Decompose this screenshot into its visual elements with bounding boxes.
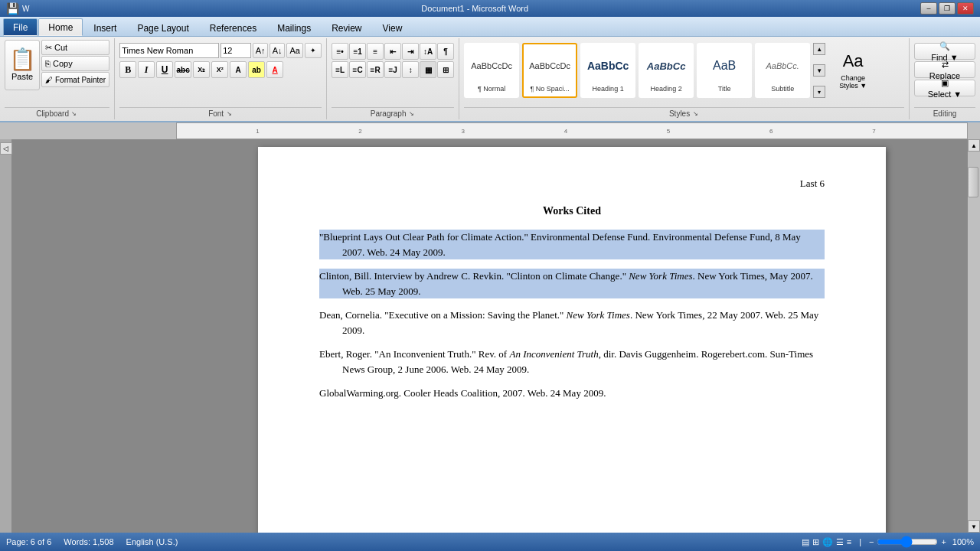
scroll-thumb[interactable] — [968, 167, 978, 197]
show-formatting-button[interactable]: ¶ — [437, 43, 454, 60]
format-painter-icon: 🖌 — [45, 76, 53, 84]
tab-file[interactable]: File — [3, 18, 38, 36]
style-no-spacing[interactable]: AaBbCcDc ¶ No Spaci... — [522, 43, 577, 98]
font-size-select[interactable] — [220, 43, 251, 58]
numbering-button[interactable]: ≡1 — [349, 43, 366, 60]
style-title[interactable]: AaB Title — [697, 43, 752, 98]
paragraph-expand-icon[interactable]: ↘ — [407, 110, 415, 118]
align-right-button[interactable]: ≡R — [367, 61, 384, 78]
left-margin-button[interactable]: ◁ — [0, 142, 12, 155]
format-painter-button[interactable]: 🖌 Format Painter — [41, 72, 109, 87]
document-area: ◁ Last 6 Works Cited "Blueprint Lays Out… — [0, 139, 980, 533]
restore-button[interactable]: ❐ — [939, 2, 956, 15]
scroll-down-button[interactable]: ▼ — [968, 520, 980, 533]
replace-button[interactable]: ⇄ Replace — [914, 61, 975, 78]
change-styles-icon: Aa — [843, 51, 864, 71]
decrease-indent-button[interactable]: ⇤ — [384, 43, 401, 60]
zoom-slider[interactable] — [877, 537, 938, 546]
font-label: Font — [208, 109, 224, 118]
citation-2: Clinton, Bill. Interview by Andrew C. Re… — [319, 269, 825, 298]
find-button[interactable]: 🔍 Find ▼ — [914, 43, 975, 60]
tab-references[interactable]: References — [200, 19, 266, 36]
ruler: 1 2 3 4 5 6 7 — [176, 122, 968, 139]
zoom-in-icon[interactable]: + — [941, 537, 946, 546]
font-expand-icon[interactable]: ↘ — [225, 110, 233, 118]
close-button[interactable]: ✕ — [957, 2, 974, 15]
superscript-button[interactable]: X² — [211, 61, 228, 78]
underline-button[interactable]: U — [156, 61, 173, 78]
zoom-level: 100% — [952, 537, 974, 546]
clear-format-button[interactable]: ✦ — [305, 43, 322, 58]
increase-indent-button[interactable]: ⇥ — [402, 43, 419, 60]
change-case-button[interactable]: Aa — [286, 43, 303, 58]
word-count: Words: 1,508 — [64, 537, 113, 546]
view-web-icon[interactable]: 🌐 — [822, 537, 833, 547]
view-fullscreen-icon[interactable]: ⊞ — [812, 537, 819, 547]
font-group: A↑ A↓ Aa ✦ B I U abc X₂ X² A ab A Font ↘ — [115, 38, 327, 119]
paste-label: Paste — [11, 72, 33, 81]
align-center-button[interactable]: ≡C — [349, 61, 366, 78]
style-subtitle[interactable]: AaBbCc. Subtitle — [755, 43, 810, 98]
view-draft-icon[interactable]: ≡ — [847, 537, 851, 546]
line-spacing-button[interactable]: ↕ — [402, 61, 419, 78]
citation-3: Dean, Cornelia. "Executive on a Mission:… — [319, 308, 825, 337]
replace-icon: ⇄ — [942, 60, 949, 70]
tab-page-layout[interactable]: Page Layout — [127, 19, 198, 36]
shrink-font-button[interactable]: A↓ — [270, 43, 285, 58]
strikethrough-button[interactable]: abc — [175, 61, 191, 78]
justify-button[interactable]: ≡J — [384, 61, 401, 78]
select-button[interactable]: ▣ Select ▼ — [914, 80, 975, 96]
bold-button[interactable]: B — [119, 61, 136, 78]
view-outline-icon[interactable]: ☰ — [836, 537, 844, 547]
tab-insert[interactable]: Insert — [83, 19, 126, 36]
tab-home[interactable]: Home — [38, 18, 83, 36]
zoom-out-icon[interactable]: − — [869, 537, 874, 546]
clipboard-label: Clipboard — [36, 109, 69, 118]
sort-button[interactable]: ↕A — [420, 43, 436, 60]
style-heading2[interactable]: AaBbCc Heading 2 — [639, 43, 694, 98]
style-no-spacing-preview: AaBbCcDc — [527, 49, 573, 83]
style-heading1[interactable]: AaBbCc Heading 1 — [580, 43, 635, 98]
copy-button[interactable]: ⎘ Copy — [41, 56, 109, 71]
clipboard-expand-icon[interactable]: ↘ — [70, 110, 78, 118]
title-bar-text: Document1 - Microsoft Word — [29, 4, 920, 13]
editing-group: 🔍 Find ▼ ⇄ Replace ▣ Select ▼ Editing — [910, 38, 980, 119]
multilevel-list-button[interactable]: ≡ — [367, 43, 384, 60]
minimize-button[interactable]: – — [920, 2, 937, 15]
vertical-scrollbar[interactable]: ▲ ▼ — [968, 139, 980, 533]
bullets-button[interactable]: ≡• — [332, 43, 348, 60]
font-name-select[interactable] — [119, 43, 219, 58]
styles-expand-icon[interactable]: ↘ — [691, 110, 699, 118]
editing-label: Editing — [933, 109, 957, 118]
cut-button[interactable]: ✂ Cut — [41, 40, 109, 55]
change-styles-label: ChangeStyles ▼ — [839, 74, 867, 90]
text-highlight-button[interactable]: ab — [248, 61, 265, 78]
view-normal-icon[interactable]: ▤ — [802, 537, 809, 547]
scroll-up-button[interactable]: ▲ — [968, 139, 980, 152]
shading-button[interactable]: ▦ — [420, 61, 436, 78]
page-container[interactable]: Last 6 Works Cited "Blueprint Lays Out C… — [176, 139, 968, 533]
tab-view[interactable]: View — [373, 19, 413, 36]
tab-review[interactable]: Review — [322, 19, 371, 36]
borders-button[interactable]: ⊞ — [437, 61, 454, 78]
tab-mailings[interactable]: Mailings — [267, 19, 321, 36]
paragraph-group: ≡• ≡1 ≡ ⇤ ⇥ ↕A ¶ ≡L ≡C ≡R ≡J ↕ ▦ ⊞ Parag… — [327, 38, 459, 119]
styles-more[interactable]: ▾ — [813, 86, 825, 98]
align-left-button[interactable]: ≡L — [332, 61, 348, 78]
grow-font-button[interactable]: A↑ — [253, 43, 268, 58]
paste-button[interactable]: 📋 Paste — [5, 40, 40, 90]
subscript-button[interactable]: X₂ — [193, 61, 210, 78]
works-cited-title: Works Cited — [319, 205, 825, 217]
text-effects-button[interactable]: A — [230, 61, 247, 78]
style-normal[interactable]: AaBbCcDc ¶ Normal — [464, 43, 519, 98]
ribbon-tabs: File Home Insert Page Layout References … — [0, 17, 980, 37]
styles-scroll-up[interactable]: ▲ — [813, 43, 825, 55]
styles-scroll-down[interactable]: ▼ — [813, 64, 825, 77]
font-color-button[interactable]: A — [266, 61, 283, 78]
status-bar: Page: 6 of 6 Words: 1,508 English (U.S.)… — [0, 533, 980, 551]
change-styles-button[interactable]: Aa ChangeStyles ▼ — [831, 47, 874, 94]
clipboard-group: 📋 Paste ✂ Cut ⎘ Copy 🖌 Format Painter C — [0, 38, 115, 119]
italic-button[interactable]: I — [138, 61, 155, 78]
ruler-left-side — [0, 122, 176, 139]
scroll-track[interactable] — [968, 152, 980, 520]
